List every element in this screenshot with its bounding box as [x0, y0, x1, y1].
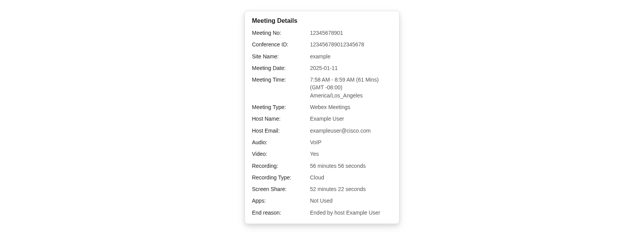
detail-value: Yes [310, 150, 392, 158]
detail-row: Recording Type: Cloud [252, 174, 392, 181]
detail-row: Meeting Date: 2025-01-11 [252, 64, 392, 72]
detail-value: 12345678901 [310, 29, 392, 37]
detail-row: Meeting Time: 7:58 AM - 8:59 AM (61 Mins… [252, 76, 392, 99]
detail-label: Meeting Time: [252, 76, 310, 84]
detail-value: Cloud [310, 174, 392, 181]
detail-row: Site Name: example [252, 53, 392, 60]
detail-label: Meeting Type: [252, 103, 310, 111]
detail-value: Webex Meetings [310, 103, 392, 111]
detail-row: Apps: Not Used [252, 197, 392, 205]
detail-label: Conference ID: [252, 41, 310, 48]
detail-value: 7:58 AM - 8:59 AM (61 Mins) (GMT -08:00)… [310, 76, 392, 99]
detail-label: Site Name: [252, 53, 310, 60]
detail-row: Video: Yes [252, 150, 392, 158]
detail-row: Host Name: Example User [252, 115, 392, 123]
detail-label: Audio: [252, 138, 310, 146]
detail-label: Screen Share: [252, 185, 310, 193]
detail-value: VoIP [310, 138, 392, 146]
detail-row: End reason: Ended by host Example User [252, 209, 392, 217]
detail-value: 123456789012345678 [310, 41, 392, 48]
detail-value: example [310, 53, 392, 60]
detail-value: Example User [310, 115, 392, 123]
detail-label: End reason: [252, 209, 310, 217]
detail-row: Meeting Type: Webex Meetings [252, 103, 392, 111]
detail-label: Host Name: [252, 115, 310, 123]
detail-label: Meeting Date: [252, 64, 310, 72]
detail-row: Audio: VoIP [252, 138, 392, 146]
detail-row: Screen Share: 52 minutes 22 seconds [252, 185, 392, 193]
detail-label: Apps: [252, 197, 310, 205]
detail-row: Meeting No: 12345678901 [252, 29, 392, 37]
detail-value: exampleuser@cisco.com [310, 127, 392, 135]
detail-label: Recording: [252, 162, 310, 170]
detail-row: Conference ID: 123456789012345678 [252, 41, 392, 48]
meeting-details-card: Meeting Details Meeting No: 12345678901 … [245, 11, 399, 224]
detail-value: 2025-01-11 [310, 64, 392, 72]
detail-value: Not Used [310, 197, 392, 205]
detail-value: 52 minutes 22 seconds [310, 185, 392, 193]
detail-row: Recording: 56 minutes 56 seconds [252, 162, 392, 170]
detail-label: Recording Type: [252, 174, 310, 181]
detail-label: Video: [252, 150, 310, 158]
detail-label: Host Email: [252, 127, 310, 135]
card-title: Meeting Details [252, 17, 392, 24]
detail-value: 56 minutes 56 seconds [310, 162, 392, 170]
detail-value: Ended by host Example User [310, 209, 392, 217]
detail-label: Meeting No: [252, 29, 310, 37]
detail-row: Host Email: exampleuser@cisco.com [252, 127, 392, 135]
